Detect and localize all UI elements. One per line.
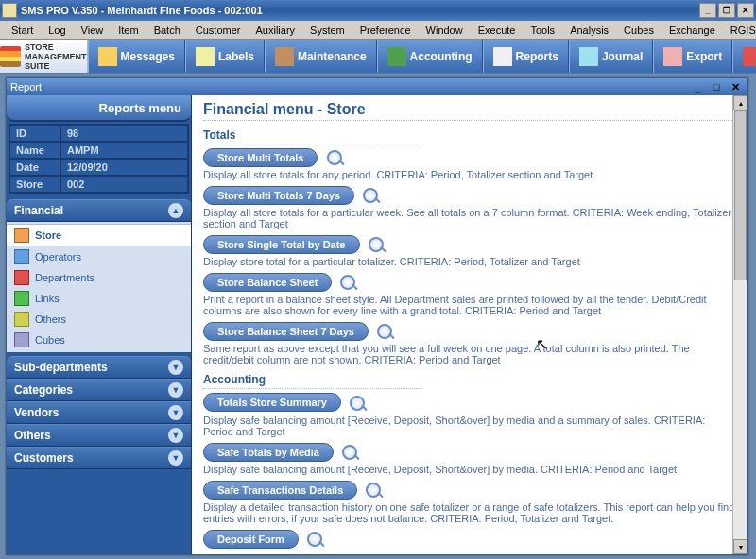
info-store-label: Store (9, 176, 60, 193)
main-toolbar: STORE MANAGEMENT SUITE Messages Labels M… (0, 40, 756, 74)
menu-customer[interactable]: Customer (188, 23, 249, 38)
magnifier-icon[interactable] (363, 188, 382, 205)
menu-item[interactable]: Item (111, 23, 146, 38)
mdi-workspace: Report _ □ ✕ Reports menu ID98 NameAMPM … (0, 74, 756, 559)
tree-item-label: Departments (35, 272, 94, 283)
toolbar-export[interactable]: Export (653, 40, 732, 73)
tree-item-cubes[interactable]: Cubes (7, 330, 191, 350)
sms-icon (743, 47, 756, 66)
report-link-store-single-total-by-date[interactable]: Store Single Total by Date (203, 235, 360, 254)
report-desc: Display all store totals for a particula… (203, 207, 736, 229)
menu-rgis[interactable]: RGIS (723, 23, 756, 38)
toolbar-labels[interactable]: Labels (185, 40, 265, 73)
report-link-safe-transactions-details[interactable]: Safe Transactions Details (203, 481, 357, 500)
info-id-label: ID (9, 125, 60, 142)
report-link-deposit-form[interactable]: Deposit Form (203, 530, 299, 549)
toolbar-accounting[interactable]: Accounting (377, 40, 483, 73)
labels-icon (196, 47, 215, 66)
maintenance-icon (275, 47, 294, 66)
child-close-button[interactable]: ✕ (727, 80, 744, 93)
scroll-thumb[interactable] (734, 110, 747, 280)
section-categories[interactable]: Categories▼ (7, 379, 191, 401)
chevron-down-icon: ▼ (168, 428, 183, 443)
tree-item-others[interactable]: Others (7, 309, 191, 330)
tree-item-label: Links (35, 293, 60, 304)
toolbar-journal[interactable]: Journal (569, 40, 653, 73)
tree-item-store[interactable]: Store (7, 224, 191, 246)
chevron-down-icon: ▼ (168, 450, 183, 466)
menu-batch[interactable]: Batch (146, 23, 188, 38)
report-item: Store Multi Totals 7 Days Display all st… (203, 186, 736, 229)
report-item: Safe Transactions Details Display a deta… (203, 481, 736, 524)
menubar: Start Log View Item Batch Customer Auxil… (0, 21, 756, 40)
scroll-down-button[interactable]: ▾ (733, 539, 747, 554)
report-link-safe-totals-by-media[interactable]: Safe Totals by Media (203, 443, 334, 462)
report-item: Store Balance Sheet 7 Days Same report a… (203, 322, 736, 365)
menu-auxiliary[interactable]: Auxiliary (248, 23, 302, 38)
report-link-store-balance-sheet[interactable]: Store Balance Sheet (203, 273, 332, 292)
report-desc: Display safe balancing amount [Receive, … (203, 464, 736, 475)
section-title-totals: Totals (203, 127, 421, 144)
menu-exchange[interactable]: Exchange (662, 23, 723, 38)
menu-view[interactable]: View (74, 23, 112, 38)
tree-item-operators[interactable]: Operators (7, 246, 191, 267)
export-icon (663, 47, 682, 66)
magnifier-icon[interactable] (366, 483, 385, 500)
section-title-accounting: Accounting (203, 371, 421, 389)
toolbar-messages[interactable]: Messages (88, 40, 185, 73)
report-item: Totals Store Summary Display safe balanc… (203, 393, 736, 436)
menu-preference[interactable]: Preference (352, 23, 419, 38)
menu-log[interactable]: Log (41, 23, 73, 38)
magnifier-icon[interactable] (369, 237, 387, 254)
magnifier-icon[interactable] (350, 396, 369, 413)
report-desc: Display safe balancing amount [Receive, … (203, 415, 736, 437)
menu-analysis[interactable]: Analysis (562, 23, 616, 38)
magnifier-icon[interactable] (340, 275, 359, 292)
menu-start[interactable]: Start (4, 23, 41, 38)
section-vendors[interactable]: Vendors▼ (7, 401, 191, 424)
section-label: Others (14, 429, 51, 442)
toolbar-maintenance[interactable]: Maintenance (265, 40, 377, 73)
menu-system[interactable]: System (302, 23, 352, 38)
maximize-button[interactable]: ❐ (718, 3, 735, 18)
menu-cubes[interactable]: Cubes (616, 23, 662, 38)
child-maximize-button[interactable]: □ (708, 80, 725, 93)
report-link-store-multi-totals[interactable]: Store Multi Totals (203, 148, 318, 167)
toolbar-sms[interactable]: SMS (732, 40, 756, 73)
magnifier-icon[interactable] (342, 445, 361, 462)
section-others[interactable]: Others▼ (7, 424, 191, 447)
report-link-store-balance-sheet-7days[interactable]: Store Balance Sheet 7 Days (203, 322, 369, 341)
close-button[interactable]: ✕ (737, 3, 754, 18)
page-title: Financial menu - Store (203, 101, 736, 121)
menu-execute[interactable]: Execute (471, 23, 524, 38)
tree-item-departments[interactable]: Departments (7, 267, 191, 288)
minimize-button[interactable]: _ (699, 3, 716, 18)
toolbar-reports[interactable]: Reports (483, 40, 569, 73)
child-minimize-button[interactable]: _ (689, 80, 706, 93)
info-date-label: Date (9, 159, 60, 176)
report-link-store-multi-totals-7days[interactable]: Store Multi Totals 7 Days (203, 186, 354, 205)
section-financial[interactable]: Financial ▲ (7, 199, 191, 222)
menu-window[interactable]: Window (419, 23, 471, 38)
magnifier-icon[interactable] (307, 532, 326, 549)
report-item: Safe Totals by Media Display safe balanc… (203, 443, 736, 475)
menu-tools[interactable]: Tools (523, 23, 562, 38)
report-desc: Print a report in a balance sheet style.… (203, 294, 736, 316)
section-sub-departments[interactable]: Sub-departments▼ (7, 356, 191, 379)
app-title: SMS PRO V.350 - Meinhardt Fine Foods - 0… (21, 5, 699, 16)
accounting-icon (387, 47, 406, 66)
report-item: Deposit Form (203, 530, 736, 549)
magnifier-icon[interactable] (377, 324, 396, 341)
tree-item-label: Operators (35, 251, 81, 263)
content-scrollbar[interactable]: ▴ ▾ (732, 95, 747, 554)
cubes-icon (14, 332, 29, 347)
magnifier-icon[interactable] (327, 150, 346, 167)
tree-item-links[interactable]: Links (7, 288, 191, 309)
info-id-value: 98 (60, 125, 188, 142)
messages-icon (98, 47, 117, 66)
info-date-value: 12/09/20 (60, 159, 188, 176)
scroll-up-button[interactable]: ▴ (733, 95, 747, 110)
section-label: Customers (14, 451, 74, 465)
report-link-totals-store-summary[interactable]: Totals Store Summary (203, 393, 341, 412)
section-customers[interactable]: Customers▼ (7, 447, 191, 469)
